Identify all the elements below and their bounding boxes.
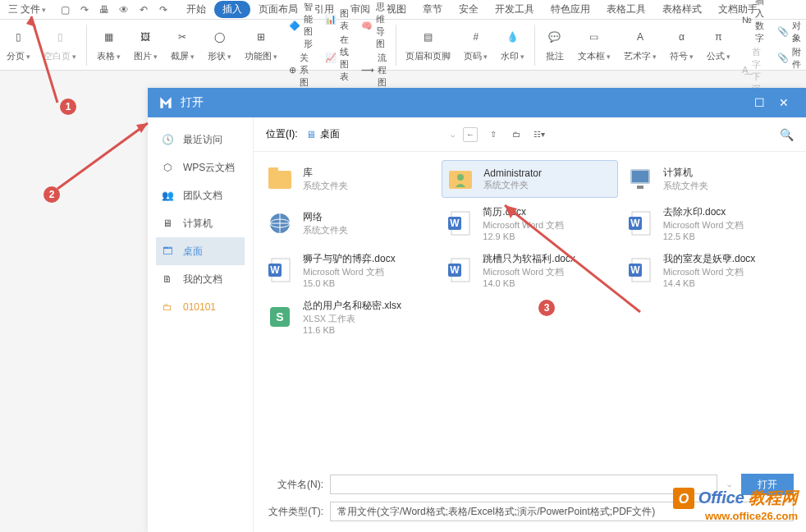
- ribbon-insertnum[interactable]: № 插入数字: [742, 0, 767, 44]
- location-bar: 位置(I): 🖥 桌面 ⌵ ← ⇧ 🗀 ☷▾ 🔍: [254, 117, 806, 152]
- ribbon-table[interactable]: ▦表格▾: [90, 27, 127, 62]
- svg-text:W: W: [451, 218, 460, 229]
- tab-tablestyle[interactable]: 表格样式: [654, 1, 710, 18]
- tab-dev[interactable]: 开发工具: [487, 1, 543, 18]
- tab-security[interactable]: 安全: [451, 1, 487, 18]
- ribbon-object[interactable]: 📎 对象: [777, 20, 801, 44]
- print-icon[interactable]: 🖶: [98, 3, 111, 16]
- location-select[interactable]: 🖥 桌面 ⌵: [306, 127, 455, 141]
- maximize-button[interactable]: ☐: [747, 96, 772, 109]
- computer-icon: 🖥: [160, 216, 175, 231]
- ribbon-image[interactable]: 🖼图片▾: [127, 27, 164, 62]
- desktop-icon: 🗔: [160, 244, 175, 259]
- view-button[interactable]: ☷▾: [532, 127, 547, 142]
- file-item[interactable]: Administrator系统文件夹: [442, 160, 617, 198]
- team-icon: 👥: [160, 188, 175, 203]
- file-item[interactable]: W 简历.docxMicrosoft Word 文档12.9 KB: [442, 202, 617, 245]
- sidebar-folder-010101[interactable]: 🗀010101: [148, 293, 253, 321]
- open-dialog: 打开 ☐ ✕ 🕓最近访问 ⬡WPS云文档 👥团队文档 🖥计算机 🗔桌面 🗎我的文…: [148, 88, 806, 532]
- ribbon-attach[interactable]: 📎 附件: [777, 46, 801, 71]
- back-button[interactable]: ←: [463, 127, 478, 142]
- sidebar-recent[interactable]: 🕓最近访问: [148, 126, 253, 154]
- tab-insert[interactable]: 插入: [214, 1, 250, 18]
- svg-rect-6: [637, 186, 643, 189]
- ribbon-flowchart[interactable]: ⟿ 流程图: [361, 52, 387, 89]
- file-menu[interactable]: 三 文件▾: [4, 2, 50, 16]
- ribbon-screenshot[interactable]: ✂截屏▾: [164, 27, 201, 62]
- file-item[interactable]: W 狮子与驴的博弈.docxMicrosoft Word 文档15.0 KB: [262, 249, 437, 291]
- sidebar-team[interactable]: 👥团队文档: [148, 181, 253, 209]
- docs-icon: 🗎: [160, 272, 175, 287]
- tab-start[interactable]: 开始: [178, 1, 214, 18]
- dialog-title: 打开: [181, 95, 747, 110]
- ribbon-headerfooter[interactable]: ▤页眉和页脚: [399, 27, 457, 62]
- file-item[interactable]: W 我的室友是妖孽.docxMicrosoft Word 文档14.4 KB: [622, 249, 798, 291]
- new-icon[interactable]: ▢: [58, 3, 71, 16]
- tab-chapter[interactable]: 章节: [414, 1, 451, 18]
- dialog-titlebar[interactable]: 打开 ☐ ✕: [148, 88, 806, 117]
- ribbon-symbol[interactable]: α符号▾: [663, 27, 700, 62]
- ribbon-func[interactable]: ⊞功能图▾: [238, 27, 284, 62]
- filename-label: 文件名(N):: [266, 478, 323, 492]
- file-item[interactable]: W 跳槽只为软福利.docxMicrosoft Word 文档14.0 KB: [442, 249, 617, 291]
- tab-special[interactable]: 特色应用: [543, 1, 598, 18]
- network-icon: [265, 209, 295, 238]
- svg-rect-5: [632, 171, 648, 182]
- office-logo-icon: O: [673, 488, 694, 509]
- svg-text:S: S: [276, 310, 283, 323]
- ribbon-equation[interactable]: π公式▾: [700, 27, 737, 62]
- word-icon: W: [445, 209, 474, 238]
- quick-toolbar: ▢ ↷ 🖶 👁 ↶ ↷: [58, 3, 170, 16]
- ribbon-textbox[interactable]: ▭文本框▾: [571, 27, 617, 62]
- svg-rect-1: [268, 167, 278, 172]
- ribbon-shapes[interactable]: ◯形状▾: [201, 27, 238, 62]
- annotation-number-1: 1: [60, 99, 76, 115]
- close-button[interactable]: ✕: [772, 96, 796, 109]
- ribbon-onlinechart[interactable]: 📈 在线图表: [325, 34, 351, 83]
- undo-icon[interactable]: ↶: [137, 3, 150, 16]
- sidebar: 🕓最近访问 ⬡WPS云文档 👥团队文档 🖥计算机 🗔桌面 🗎我的文档 🗀0101…: [148, 117, 253, 532]
- svg-text:W: W: [630, 218, 640, 229]
- svg-point-3: [457, 174, 464, 181]
- ribbon-relation[interactable]: ⊕ 关系图: [289, 52, 315, 89]
- file-item[interactable]: 网络系统文件夹: [262, 202, 437, 245]
- ribbon-watermark[interactable]: 💧水印▾: [494, 27, 531, 62]
- file-item[interactable]: 计算机系统文件夹: [622, 160, 798, 198]
- sidebar-computer[interactable]: 🖥计算机: [148, 209, 253, 237]
- svg-marker-29: [136, 123, 148, 133]
- monitor-icon: 🖥: [306, 129, 316, 140]
- svg-text:W: W: [630, 264, 640, 276]
- open-icon[interactable]: ↷: [78, 3, 91, 16]
- annotation-arrow-2: [49, 115, 156, 197]
- filetype-label: 文件类型(T):: [266, 505, 323, 519]
- location-label: 位置(I):: [266, 127, 298, 141]
- ribbon-smartart[interactable]: 🔷 智能图形: [289, 1, 315, 50]
- ribbon-wordart[interactable]: A艺术字▾: [617, 27, 663, 62]
- tab-tabletools[interactable]: 表格工具: [598, 1, 654, 18]
- file-item[interactable]: S 总的用户名和秘密.xlsxXLSX 工作表11.6 KB: [262, 296, 437, 338]
- svg-text:O: O: [678, 492, 689, 506]
- newfolder-button[interactable]: 🗀: [509, 127, 524, 142]
- sidebar-desktop[interactable]: 🗔桌面: [156, 237, 245, 265]
- up-button[interactable]: ⇧: [486, 127, 501, 142]
- filename-input[interactable]: [330, 475, 717, 494]
- file-item[interactable]: W 去除水印.docxMicrosoft Word 文档12.5 KB: [622, 202, 798, 245]
- excel-icon: S: [265, 302, 295, 332]
- clock-icon: 🕓: [160, 132, 175, 147]
- ribbon-page[interactable]: ▯分页▾: [0, 27, 37, 62]
- ribbon-comment[interactable]: 💬批注: [538, 27, 571, 62]
- redo-icon[interactable]: ↷: [157, 3, 170, 16]
- preview-icon[interactable]: 👁: [117, 3, 131, 16]
- ribbon-chart[interactable]: 📊 图表: [325, 7, 351, 32]
- ribbon-pagenum[interactable]: #页码▾: [457, 27, 494, 62]
- file-item[interactable]: 库系统文件夹: [262, 160, 437, 198]
- user-folder-icon: [446, 164, 475, 194]
- search-icon[interactable]: 🔍: [780, 128, 794, 141]
- word-icon: W: [445, 255, 474, 285]
- sidebar-mydocs[interactable]: 🗎我的文档: [148, 265, 253, 293]
- ribbon-blank[interactable]: ▯空白页▾: [37, 27, 83, 62]
- svg-line-28: [57, 123, 148, 189]
- word-icon: W: [625, 209, 655, 238]
- sidebar-cloud[interactable]: ⬡WPS云文档: [148, 154, 253, 181]
- ribbon-mindmap[interactable]: 🧠 思维导图: [361, 1, 387, 50]
